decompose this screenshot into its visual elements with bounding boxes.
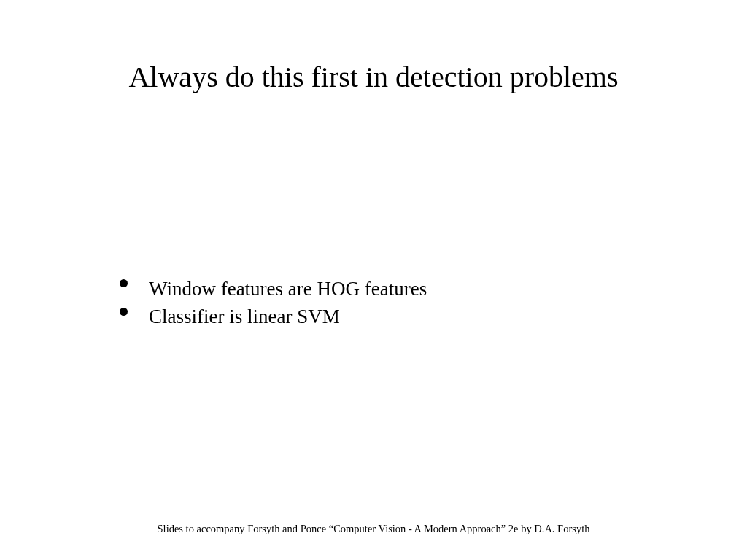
list-item: Window features are HOG features bbox=[115, 276, 427, 302]
bullet-text: Classifier is linear SVM bbox=[149, 306, 340, 327]
bullet-list: Window features are HOG features Classif… bbox=[115, 276, 427, 332]
bullet-text: Window features are HOG features bbox=[149, 278, 427, 300]
slide-footer: Slides to accompany Forsyth and Ponce “C… bbox=[0, 523, 747, 535]
slide-title: Always do this first in detection proble… bbox=[0, 60, 747, 94]
list-item: Classifier is linear SVM bbox=[115, 303, 427, 330]
slide: Always do this first in detection proble… bbox=[0, 0, 747, 560]
